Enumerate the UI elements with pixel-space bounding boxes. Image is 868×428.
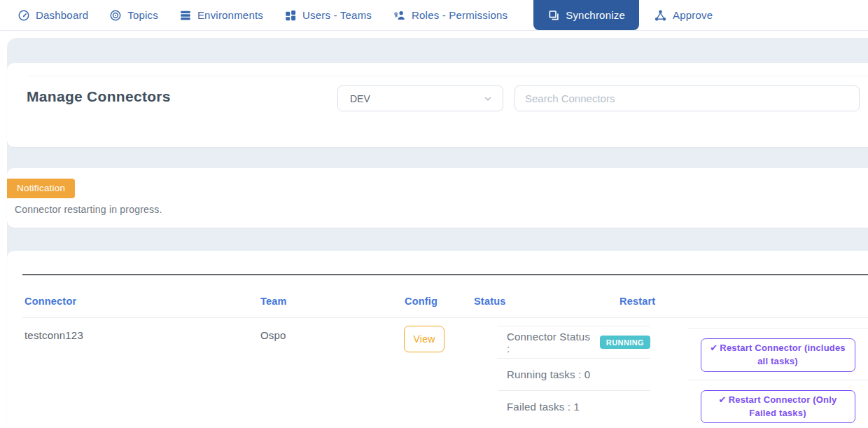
synchronize-icon	[547, 9, 560, 22]
notification-message: Connector restarting in progress.	[15, 204, 162, 215]
restart-failed-tasks-label: Restart Connector (Only Failed tasks)	[729, 394, 837, 418]
roles-permissions-icon	[393, 9, 406, 22]
status-item-running-tasks: Running tasks : 0	[498, 358, 650, 390]
connector-status-label: Connector Status :	[507, 331, 594, 354]
nav-label: Approve	[673, 9, 713, 21]
cell-connector-name: testconn123	[24, 329, 83, 341]
check-icon: ✔	[710, 343, 718, 353]
notification-card: Notification Connector restarting in pro…	[7, 168, 868, 228]
nav-item-roles-permissions[interactable]: Roles - Permissions	[382, 0, 518, 30]
header-underline	[22, 317, 868, 318]
page-title: Manage Connectors	[27, 88, 171, 105]
table-top-divider	[22, 274, 868, 275]
restart-row-failed: ✔Restart Connector (Only Failed tasks)	[687, 380, 868, 428]
running-status-badge: RUNNING	[600, 336, 650, 349]
col-header-connector: Connector	[24, 296, 76, 307]
restart-all-tasks-button[interactable]: ✔Restart Connector (includes all tasks)	[701, 338, 855, 372]
restart-row-all: ✔Restart Connector (includes all tasks)	[687, 328, 868, 380]
topics-icon	[109, 9, 122, 22]
chevron-down-icon	[483, 94, 493, 104]
card-divider	[28, 76, 868, 76]
restart-failed-tasks-button[interactable]: ✔Restart Connector (Only Failed tasks)	[701, 390, 855, 424]
manage-connectors-card: Manage Connectors DEV	[7, 63, 868, 147]
nav-label: Topics	[127, 9, 158, 21]
col-header-restart: Restart	[620, 296, 655, 307]
connectors-table-card: Connector Team Config Status Restart tes…	[7, 251, 868, 428]
restart-all-tasks-label: Restart Connector (includes all tasks)	[720, 343, 846, 366]
nav-item-synchronize[interactable]: Synchronize	[533, 0, 639, 30]
status-item-connector-status: Connector Status : RUNNING	[498, 326, 650, 358]
nav-item-dashboard[interactable]: Dashboard	[7, 0, 99, 30]
nav-label: Roles - Permissions	[412, 9, 507, 21]
notification-badge: Notification	[7, 179, 75, 198]
dashboard-icon	[18, 9, 30, 22]
col-header-team: Team	[260, 296, 287, 307]
nav-item-approve[interactable]: Approve	[643, 0, 723, 30]
status-list: Connector Status : RUNNING Running tasks…	[498, 326, 650, 422]
content-panel: Manage Connectors DEV Notification Conne…	[7, 38, 868, 428]
approve-icon	[654, 9, 667, 22]
search-input[interactable]	[514, 85, 860, 111]
top-nav: Dashboard Topics Environments	[0, 0, 868, 31]
environment-select[interactable]: DEV	[337, 85, 503, 111]
nav-label: Dashboard	[36, 9, 88, 21]
environments-icon	[179, 9, 192, 22]
col-header-config: Config	[405, 296, 438, 307]
restart-list: ✔Restart Connector (includes all tasks) …	[687, 328, 868, 428]
cell-team-name: Ospo	[260, 329, 286, 341]
col-header-status: Status	[474, 296, 506, 307]
users-teams-icon	[284, 9, 297, 22]
environment-select-value: DEV	[350, 93, 483, 104]
nav-label: Environments	[197, 9, 263, 21]
check-icon: ✔	[719, 394, 727, 405]
nav-item-environments[interactable]: Environments	[169, 0, 274, 30]
app-window: Dashboard Topics Environments	[0, 0, 868, 428]
nav-label: Synchronize	[566, 9, 625, 21]
view-config-button[interactable]: View	[404, 326, 444, 352]
status-item-failed-tasks: Failed tasks : 1	[498, 390, 650, 422]
nav-item-topics[interactable]: Topics	[99, 0, 169, 30]
nav-item-users-teams[interactable]: Users - Teams	[274, 0, 382, 30]
nav-label: Users - Teams	[302, 9, 372, 21]
